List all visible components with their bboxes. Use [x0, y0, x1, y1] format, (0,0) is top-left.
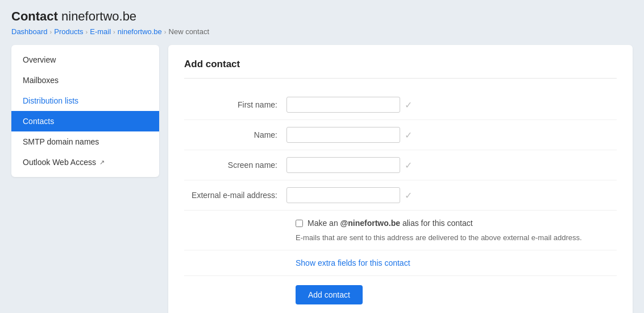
- alias-label-text: Make an @ninefortwo.be alias for this co…: [308, 219, 473, 228]
- form-row-name: Name: ✓: [184, 120, 617, 150]
- breadcrumb-sep-4: ›: [164, 28, 167, 35]
- sidebar-item-overview[interactable]: Overview: [11, 50, 159, 70]
- page-title: Contact ninefortwo.be: [11, 9, 633, 24]
- external-link-icon: ↗: [99, 159, 105, 166]
- sidebar-item-mailboxes[interactable]: Mailboxes: [11, 70, 159, 90]
- alias-checkbox[interactable]: [296, 220, 303, 227]
- sidebar-item-label: Outlook Web Access: [23, 158, 96, 167]
- sidebar-item-label: Overview: [23, 55, 56, 64]
- breadcrumb-current: New contact: [169, 27, 210, 36]
- name-label: Name:: [184, 130, 286, 139]
- sidebar-item-outlook-web-access[interactable]: Outlook Web Access ↗: [11, 152, 159, 172]
- main-content: Add contact First name: ✓ Name: ✓ Screen…: [168, 45, 633, 313]
- first-name-field-wrap: ✓: [286, 97, 412, 113]
- form-row-show-extra: Show extra fields for this contact: [184, 250, 617, 276]
- form-row-checkbox: Make an @ninefortwo.be alias for this co…: [184, 211, 617, 250]
- show-extra-fields-link[interactable]: Show extra fields for this contact: [296, 258, 410, 267]
- breadcrumb-dashboard[interactable]: Dashboard: [11, 27, 48, 36]
- external-email-input[interactable]: [286, 187, 400, 203]
- sidebar-item-smtp-domain-names[interactable]: SMTP domain names: [11, 131, 159, 152]
- screen-name-label: Screen name:: [184, 160, 286, 170]
- alias-domain: @ninefortwo.be: [340, 219, 400, 228]
- screen-name-field-wrap: ✓: [286, 157, 412, 173]
- breadcrumb-sep-2: ›: [86, 28, 88, 35]
- breadcrumb-sep-1: ›: [50, 28, 52, 35]
- sidebar-item-contacts[interactable]: Contacts: [11, 111, 159, 131]
- first-name-check-icon: ✓: [405, 100, 412, 110]
- first-name-input[interactable]: [286, 97, 400, 113]
- sidebar-item-label: SMTP domain names: [23, 137, 99, 146]
- breadcrumb-domain[interactable]: ninefortwo.be: [118, 27, 162, 36]
- breadcrumb-products[interactable]: Products: [54, 27, 83, 36]
- alias-hint: E-mails that are sent to this address ar…: [296, 233, 582, 242]
- sidebar-distribution-link[interactable]: Distribution lists: [23, 96, 78, 105]
- form-row-external-email: External e-mail address: ✓: [184, 180, 617, 211]
- sidebar-item-label: Mailboxes: [23, 76, 59, 85]
- sidebar-item-label: Contacts: [23, 117, 54, 126]
- external-email-field-wrap: ✓: [286, 187, 412, 203]
- name-check-icon: ✓: [405, 130, 412, 141]
- name-input[interactable]: [286, 127, 400, 143]
- screen-name-input[interactable]: [286, 157, 400, 173]
- screen-name-check-icon: ✓: [405, 160, 412, 171]
- alias-checkbox-label: Make an @ninefortwo.be alias for this co…: [296, 219, 582, 228]
- name-field-wrap: ✓: [286, 127, 412, 143]
- sidebar-item-distribution-lists[interactable]: Distribution lists: [11, 90, 159, 111]
- page-header: Contact ninefortwo.be Dashboard › Produc…: [11, 9, 633, 36]
- first-name-label: First name:: [184, 100, 286, 109]
- form-row-button: Add contact: [184, 276, 617, 307]
- external-email-label: External e-mail address:: [184, 191, 286, 200]
- form-row-first-name: First name: ✓: [184, 90, 617, 120]
- external-email-check-icon: ✓: [405, 190, 412, 201]
- breadcrumb-sep-3: ›: [113, 28, 115, 35]
- breadcrumb: Dashboard › Products › E-mail › ninefort…: [11, 27, 633, 36]
- sidebar: Overview Mailboxes Distribution lists Co…: [11, 45, 159, 177]
- form-row-screen-name: Screen name: ✓: [184, 150, 617, 180]
- form-title: Add contact: [184, 59, 617, 79]
- breadcrumb-email[interactable]: E-mail: [90, 27, 111, 36]
- add-contact-button[interactable]: Add contact: [296, 285, 363, 304]
